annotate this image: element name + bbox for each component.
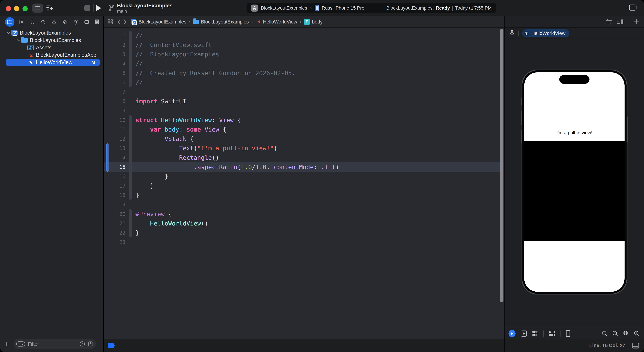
line-number[interactable]: 20 [104, 211, 126, 217]
tests-tab[interactable] [62, 19, 68, 25]
breadcrumb-project[interactable]: BlockLayoutExamples [131, 19, 186, 25]
line-number[interactable]: 5 [104, 70, 126, 76]
scheme-bar[interactable]: A BlockLayoutExamples › Russ’ iPhone 15 … [246, 3, 496, 14]
code-line-18[interactable]: 18} [104, 190, 504, 200]
bookmarks-tab[interactable] [29, 19, 36, 25]
code-line-20[interactable]: 20#Preview { [104, 209, 504, 219]
preview-device-button[interactable] [566, 330, 570, 337]
view-options-button[interactable] [32, 4, 43, 13]
source-editor[interactable]: 1//2// ContentView.swift3// BlockLayoutE… [104, 28, 504, 339]
find-navigator-tab[interactable] [40, 19, 46, 25]
code-line-17[interactable]: 17 } [104, 181, 504, 190]
line-number[interactable]: 23 [104, 239, 126, 245]
related-items-button[interactable] [108, 19, 113, 25]
breakpoints-tab[interactable] [83, 19, 90, 25]
line-number[interactable]: 17 [104, 183, 126, 189]
line-number[interactable]: 1 [104, 33, 126, 39]
close-window-button[interactable] [6, 6, 11, 11]
line-number[interactable]: 7 [104, 89, 126, 95]
reports-tab[interactable] [94, 19, 100, 25]
code-line-12[interactable]: 12 VStack { [104, 134, 504, 143]
code-line-16[interactable]: 16 } [104, 172, 504, 181]
project-navigator-tab[interactable] [5, 17, 14, 27]
code-line-7[interactable]: 7 [104, 87, 504, 97]
zoom-out-icon[interactable] [602, 330, 608, 337]
tree-row-group[interactable]: BlockLayoutExamples [0, 37, 103, 44]
line-number[interactable]: 2 [104, 42, 126, 48]
preview-tab[interactable]: HelloWorldView [522, 29, 569, 38]
code-line-23[interactable]: 23 [104, 237, 504, 247]
code-line-8[interactable]: 8import SwiftUI [104, 97, 504, 106]
adjust-editor-icon[interactable] [632, 343, 639, 348]
code-line-15[interactable]: 15 .aspectRatio(1.0/1.0, contentMode: .f… [104, 162, 503, 172]
line-number[interactable]: 21 [104, 220, 126, 226]
code-assistant-button[interactable] [46, 4, 54, 12]
go-forward-button[interactable] [123, 19, 126, 25]
tree-row-helloworldview[interactable]: HelloWorldView M [0, 59, 103, 66]
source-control-tab[interactable] [18, 19, 25, 25]
disclosure-chevron-icon[interactable] [16, 39, 21, 42]
zoom-in-icon[interactable] [634, 330, 640, 337]
line-number[interactable]: 3 [104, 51, 126, 57]
tree-row-app-file[interactable]: BlockLayoutExamplesApp [0, 51, 103, 59]
line-number[interactable]: 9 [104, 108, 126, 114]
scheme-name[interactable]: BlockLayoutExamples [261, 5, 307, 11]
line-number[interactable]: 6 [104, 80, 126, 85]
line-number[interactable]: 8 [104, 98, 126, 104]
change-indicator-bar[interactable] [106, 143, 108, 172]
line-number[interactable]: 12 [104, 136, 126, 142]
zoom-fit-icon[interactable] [623, 330, 629, 337]
filter-options-icon[interactable] [88, 341, 93, 347]
line-number[interactable]: 11 [104, 127, 126, 132]
code-line-11[interactable]: 11 var body: some View { [104, 125, 504, 134]
variants-button[interactable] [532, 331, 538, 336]
code-line-21[interactable]: 21 HelloWorldView() [104, 219, 504, 228]
code-line-2[interactable]: 2// ContentView.swift [104, 40, 504, 50]
recents-clock-icon[interactable] [80, 341, 85, 347]
live-preview-button[interactable] [508, 330, 516, 337]
zoom-window-button[interactable] [22, 6, 28, 11]
code-line-5[interactable]: 5// Created by Russell Gordon on 2026-02… [104, 68, 504, 78]
line-number[interactable]: 10 [104, 117, 126, 123]
code-line-14[interactable]: 14 Rectangle() [104, 153, 504, 162]
zoom-100-icon[interactable] [612, 330, 618, 337]
code-line-19[interactable]: 19 [104, 200, 504, 209]
line-number[interactable]: 19 [104, 202, 126, 208]
device-settings-button[interactable] [549, 330, 556, 337]
line-number[interactable]: 4 [104, 61, 126, 67]
stop-button[interactable] [84, 5, 90, 11]
editor-layout-button[interactable] [617, 19, 624, 25]
go-back-button[interactable] [118, 19, 121, 25]
code-line-4[interactable]: 4// [104, 59, 504, 68]
breadcrumb-file[interactable]: HelloWorldView [256, 19, 297, 25]
inspector-toggle-button[interactable] [629, 4, 636, 11]
debug-navigator-tab[interactable] [72, 19, 79, 25]
minimize-window-button[interactable] [14, 6, 19, 11]
tree-row-assets[interactable]: Assets [0, 44, 103, 51]
code-line-6[interactable]: 6// [104, 78, 504, 87]
preview-viewport[interactable]: I'm a pull-in view! [505, 39, 644, 328]
fold-ribbon[interactable] [129, 31, 132, 87]
code-line-9[interactable]: 9 [104, 106, 504, 115]
issues-tab[interactable] [51, 19, 57, 25]
code-line-10[interactable]: 10struct HelloWorldView: View { [104, 115, 504, 125]
breadcrumb-group[interactable]: BlockLayoutExamples [193, 19, 249, 25]
line-number[interactable]: 18 [104, 192, 126, 198]
code-line-1[interactable]: 1// [104, 31, 504, 40]
line-number[interactable]: 22 [104, 230, 126, 236]
pin-button[interactable] [510, 30, 514, 37]
filter-field[interactable]: Filter [14, 339, 96, 349]
disclosure-chevron-icon[interactable] [6, 32, 11, 34]
selectable-mode-button[interactable] [520, 330, 527, 337]
add-editor-button[interactable] [634, 19, 639, 25]
fold-ribbon[interactable] [129, 209, 132, 237]
code-line-13[interactable]: 13 Text("I'm a pull-in view!") [104, 143, 504, 153]
add-button[interactable] [3, 340, 10, 347]
editor-mode-button[interactable] [606, 19, 612, 25]
editor-scrollbar[interactable] [500, 29, 504, 302]
tree-row-project[interactable]: BlockLayoutExamples [0, 29, 103, 37]
code-line-22[interactable]: 22} [104, 228, 504, 237]
breadcrumb-symbol[interactable]: P body [304, 19, 322, 25]
fold-ribbon[interactable] [129, 115, 132, 200]
run-button[interactable] [95, 4, 103, 12]
